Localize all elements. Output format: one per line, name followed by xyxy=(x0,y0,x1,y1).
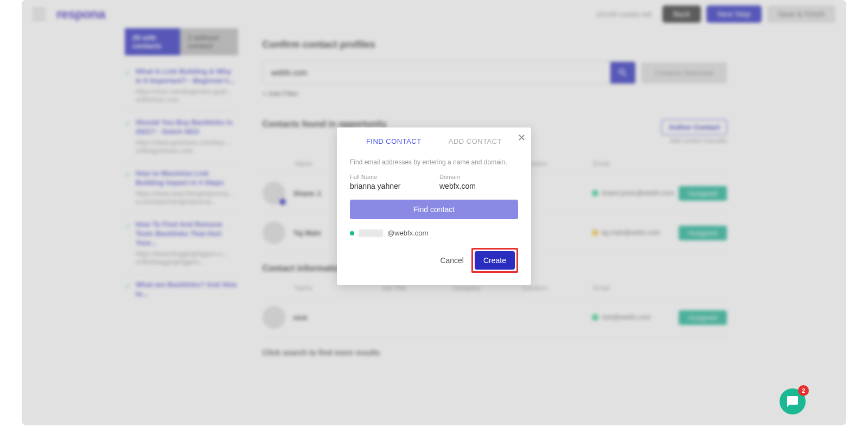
modal-description: Find email addresses by entering a name … xyxy=(350,158,518,166)
chat-badge: 2 xyxy=(798,385,809,396)
fullname-label: Full Name xyxy=(350,174,429,180)
cancel-button[interactable]: Cancel xyxy=(440,256,464,265)
find-contact-button[interactable]: Find contact xyxy=(350,200,518,219)
domain-input[interactable] xyxy=(439,182,518,190)
tab-add-contact[interactable]: ADD CONTACT xyxy=(449,137,502,150)
find-contact-modal: ✕ FIND CONTACT ADD CONTACT Find email ad… xyxy=(337,127,531,285)
result-row: @webfx.com xyxy=(350,229,518,237)
chat-widget[interactable]: 2 xyxy=(780,388,806,414)
chat-icon xyxy=(786,395,799,408)
create-button[interactable]: Create xyxy=(475,251,515,270)
modal-overlay: ✕ FIND CONTACT ADD CONTACT Find email ad… xyxy=(22,0,846,425)
close-icon: ✕ xyxy=(518,132,526,143)
domain-label: Domain xyxy=(439,174,518,180)
result-blurred-name xyxy=(359,229,383,237)
fullname-input[interactable] xyxy=(350,182,429,190)
create-highlight-box: Create xyxy=(471,248,518,273)
close-button[interactable]: ✕ xyxy=(518,132,526,144)
result-email: @webfx.com xyxy=(387,229,428,237)
tab-find-contact[interactable]: FIND CONTACT xyxy=(366,137,422,150)
status-dot-icon xyxy=(350,231,354,235)
